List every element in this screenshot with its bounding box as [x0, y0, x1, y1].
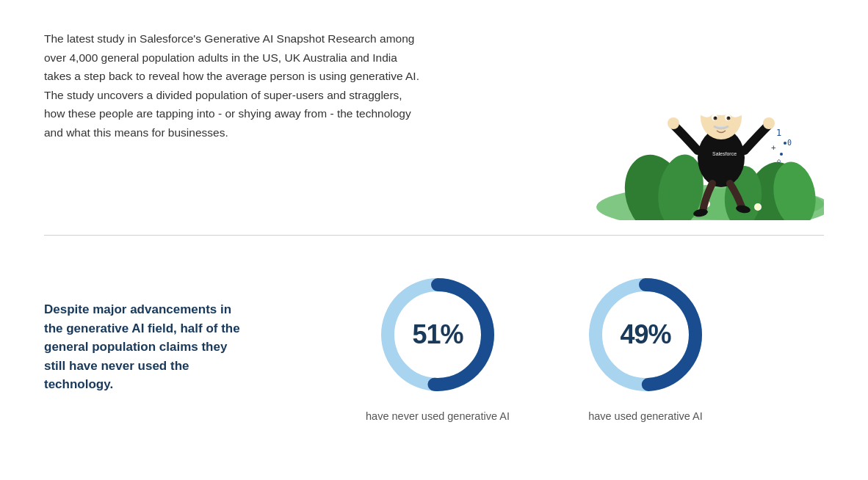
- svg-point-31: [728, 117, 730, 119]
- svg-text:1: 1: [776, 128, 781, 138]
- svg-text:0: 0: [787, 139, 792, 147]
- svg-point-30: [715, 117, 717, 119]
- intro-paragraph: The latest study in Salesforce's Generat…: [44, 29, 426, 142]
- chart-51-label: have never used generative AI: [366, 410, 510, 422]
- intro-text: The latest study in Salesforce's Generat…: [44, 22, 426, 142]
- svg-point-15: [756, 203, 759, 206]
- svg-text:Salesforce: Salesforce: [712, 151, 737, 156]
- donut-51: 51%: [375, 272, 500, 397]
- svg-text:◇: ◇: [777, 157, 781, 164]
- donut-49: 49%: [583, 272, 708, 397]
- chart-49-label: have used generative AI: [588, 410, 703, 422]
- svg-point-39: [780, 153, 783, 156]
- mascot-illustration: Salesforce: [545, 22, 824, 220]
- svg-text:+: +: [771, 143, 776, 153]
- chart-51-value: 51%: [412, 319, 463, 350]
- chart-49-value: 49%: [620, 319, 670, 350]
- charts-area: 51% have never used generative AI 49% ha…: [250, 272, 824, 422]
- stat-text-block: Despite major advancements in the genera…: [44, 300, 250, 394]
- mascot-area: Salesforce: [545, 22, 824, 220]
- top-section: The latest study in Salesforce's Generat…: [0, 0, 868, 235]
- bottom-section: Despite major advancements in the genera…: [0, 236, 868, 451]
- svg-point-16: [756, 208, 759, 211]
- svg-point-40: [784, 142, 786, 145]
- chart-item-51: 51% have never used generative AI: [366, 272, 510, 422]
- chart-item-49: 49% have used generative AI: [583, 272, 708, 422]
- svg-point-32: [668, 117, 679, 129]
- svg-point-25: [714, 82, 728, 103]
- svg-point-33: [763, 117, 775, 129]
- stat-text: Despite major advancements in the genera…: [44, 300, 250, 394]
- page-container: The latest study in Salesforce's Generat…: [0, 0, 868, 451]
